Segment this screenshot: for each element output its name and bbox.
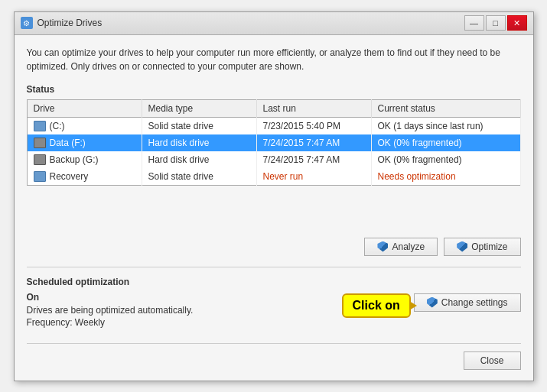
media-type-cell: Hard disk drive bbox=[142, 134, 256, 151]
col-media-type: Media type bbox=[142, 99, 256, 117]
drives-table-area: Drive Media type Last run Current status… bbox=[27, 99, 521, 232]
hdd-drive-icon bbox=[34, 138, 46, 148]
click-on-callout: Click on bbox=[342, 293, 411, 318]
status-cell: OK (1 days since last run) bbox=[371, 117, 520, 134]
minimize-button[interactable]: — bbox=[464, 15, 484, 31]
col-current-status: Current status bbox=[371, 99, 520, 117]
drives-table: Drive Media type Last run Current status… bbox=[27, 99, 521, 186]
media-type-cell: Solid state drive bbox=[142, 117, 256, 134]
scheduled-section: Scheduled optimization On Drives are bei… bbox=[27, 277, 521, 328]
status-cell: OK (0% fragmented) bbox=[371, 151, 520, 168]
window-content: You can optimize your drives to help you… bbox=[15, 35, 533, 381]
drive-label: Recovery bbox=[50, 171, 89, 182]
last-run-cell: 7/24/2015 7:47 AM bbox=[256, 151, 371, 168]
status-section-label: Status bbox=[27, 84, 521, 95]
ssd-drive-icon bbox=[34, 121, 46, 131]
scheduled-description: Drives are being optimized automatically… bbox=[27, 305, 342, 316]
last-run-cell: Never run bbox=[256, 168, 371, 186]
status-cell: OK (0% fragmented) bbox=[371, 134, 520, 151]
table-row[interactable]: Backup (G:)Hard disk drive7/24/2015 7:47… bbox=[27, 151, 520, 168]
last-run-cell: 7/24/2015 7:47 AM bbox=[256, 134, 371, 151]
optimize-button[interactable]: Optimize bbox=[444, 238, 520, 256]
drive-label: Data (F:) bbox=[50, 138, 86, 148]
close-title-button[interactable]: ✕ bbox=[507, 15, 527, 31]
close-button[interactable]: Close bbox=[464, 352, 521, 370]
maximize-button[interactable]: □ bbox=[486, 15, 506, 31]
scheduled-btn-area: Click on Change settings bbox=[342, 292, 521, 318]
window-title: Optimize Drives bbox=[37, 18, 464, 28]
scheduled-frequency: Frequency: Weekly bbox=[27, 317, 342, 328]
table-row[interactable]: (C:)Solid state drive7/23/2015 5:40 PMOK… bbox=[27, 117, 520, 134]
hdd-drive-icon bbox=[34, 154, 46, 165]
action-buttons: Analyze Optimize bbox=[27, 238, 521, 256]
scheduled-row: On Drives are being optimized automatica… bbox=[27, 292, 521, 328]
table-empty-space bbox=[27, 193, 521, 232]
media-type-cell: Hard disk drive bbox=[142, 151, 256, 168]
optimize-drives-window: ⚙ Optimize Drives — □ ✕ You can optimize… bbox=[14, 11, 534, 381]
last-run-cell: 7/23/2015 5:40 PM bbox=[256, 117, 371, 134]
drive-label: Backup (G:) bbox=[50, 154, 99, 165]
table-row[interactable]: Data (F:)Hard disk drive7/24/2015 7:47 A… bbox=[27, 134, 520, 151]
window-icon: ⚙ bbox=[21, 17, 33, 29]
col-drive: Drive bbox=[27, 99, 142, 117]
settings-shield-icon bbox=[427, 297, 438, 308]
scheduled-info: On Drives are being optimized automatica… bbox=[27, 292, 342, 328]
bottom-row: Close bbox=[27, 343, 521, 370]
drive-label: (C:) bbox=[50, 121, 65, 131]
optimize-shield-icon bbox=[457, 241, 467, 252]
table-header-row: Drive Media type Last run Current status bbox=[27, 99, 520, 117]
status-cell: Needs optimization bbox=[371, 168, 520, 186]
media-type-cell: Solid state drive bbox=[142, 168, 256, 186]
change-settings-button[interactable]: Change settings bbox=[414, 293, 521, 312]
ssd-drive-icon bbox=[34, 171, 46, 182]
col-last-run: Last run bbox=[256, 99, 371, 117]
titlebar: ⚙ Optimize Drives — □ ✕ bbox=[15, 12, 533, 35]
table-row[interactable]: RecoverySolid state driveNever runNeeds … bbox=[27, 168, 520, 186]
section-divider bbox=[27, 267, 521, 267]
scheduled-status: On bbox=[27, 292, 342, 303]
scheduled-section-label: Scheduled optimization bbox=[27, 277, 521, 287]
description-text: You can optimize your drives to help you… bbox=[27, 46, 521, 73]
analyze-shield-icon bbox=[377, 241, 388, 252]
analyze-button[interactable]: Analyze bbox=[364, 238, 438, 256]
window-controls: — □ ✕ bbox=[464, 15, 527, 31]
